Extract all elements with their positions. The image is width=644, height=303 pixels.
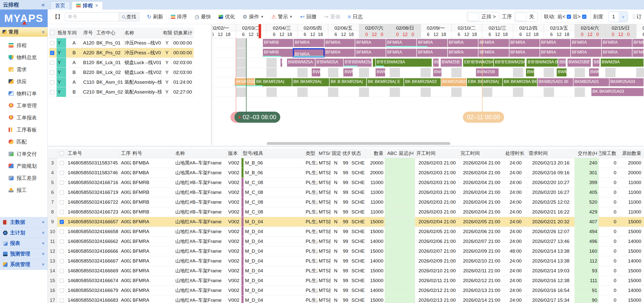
刷新-button[interactable]: ↻刷新 [147, 13, 163, 20]
排序-button[interactable]: 排序 [171, 13, 187, 20]
gantt-bar[interactable]: BFMRA [386, 39, 416, 47]
gantt-bar[interactable]: BB'B'EBWM29A [494, 59, 525, 67]
gantt-bar[interactable]: BFMRA [601, 49, 632, 57]
gantt-bar[interactable]: BWM25B [440, 59, 462, 67]
gantt-bar[interactable]: BWM [311, 68, 320, 76]
gantt-bar[interactable]: BWM29A [600, 59, 643, 67]
gantt-bar[interactable]: BK B BKMR29A( [329, 78, 366, 86]
sidebar-item-需求[interactable]: 需求 [0, 63, 48, 75]
work-order-row[interactable]: 41468058550311583746A002BFMBA山地黑#A–车架Fra… [48, 168, 644, 178]
优化-button[interactable]: 优化 [219, 13, 235, 20]
gantt-bar[interactable]: BK BKMR29A( [292, 78, 329, 86]
close-icon[interactable]: × [95, 3, 98, 8]
gantt-bar[interactable]: BFMRA [540, 49, 570, 57]
gantt-bar[interactable]: BK BKMR29A BKBE [503, 78, 537, 86]
gantt-bar[interactable]: BFMRA [293, 39, 324, 47]
sidebar-favorites-header[interactable]: 常用 » [0, 27, 48, 37]
gantt-bar[interactable]: BKMB25A01 BI [537, 78, 573, 86]
clipped-checkbox-group[interactable]: 订 [631, 13, 641, 20]
gantt-bar[interactable]: BFMRA [571, 49, 601, 57]
gantt-bar[interactable]: BFMRA [509, 39, 540, 47]
gantt-bar[interactable]: B'B'IBWM29A B [526, 59, 558, 67]
row-checkbox[interactable] [50, 41, 54, 45]
row-checkbox[interactable] [50, 31, 54, 35]
gantt-bar[interactable]: BFMRA [478, 49, 509, 57]
row-checkbox[interactable]: ✓ [60, 220, 64, 224]
chevron-expand-icon[interactable]: » [41, 231, 46, 234]
gantt-bar[interactable]: BFMRA [571, 39, 601, 47]
sidebar-item-匹配[interactable]: 匹配 [0, 136, 48, 148]
gantt-bar[interactable]: BWM25BB' [567, 59, 591, 67]
gantt-bar[interactable] [373, 59, 375, 67]
gantt-bar[interactable]: BFMRA [540, 39, 570, 47]
gantt-bar[interactable]: B'B'EBWM29A [376, 59, 432, 67]
linkage-front-checkbox[interactable]: ✓ [567, 15, 571, 19]
chevron-collapse-icon[interactable]: » [41, 30, 47, 33]
gantt-bar[interactable]: BFMRB [263, 39, 293, 47]
chevron-expand-icon[interactable]: » [41, 252, 46, 255]
work-order-row[interactable]: 161468058550324166679A002BFMRA山地红#A–车架Fr… [48, 286, 644, 295]
sidebar-group-系统管理[interactable]: 系统管理» [0, 259, 48, 270]
row-checkbox[interactable] [60, 259, 64, 263]
操作-button[interactable]: ⚙操作▼ [243, 13, 264, 20]
gantt-bar[interactable]: BK BKMR25A03 [591, 88, 643, 96]
gantt-bar[interactable]: BFMRA [509, 49, 540, 57]
process-toggle[interactable]: 关 [514, 12, 538, 22]
gantt-bar[interactable]: BWM [375, 68, 385, 76]
sidebar-group-主数据[interactable]: 主数据» [0, 217, 48, 228]
work-order-row[interactable]: 61468058550324166719A002BFMRB山地红#B–车架Fra… [48, 188, 644, 197]
sidebar-item-报工[interactable]: 报工 [0, 184, 48, 196]
work-order-row[interactable]: 171468058550324166683A002BFMRA山地红#A–车架Fr… [48, 295, 644, 303]
gantt-bar[interactable]: BWM [589, 68, 598, 76]
gantt-bar[interactable]: BWM [433, 68, 442, 76]
toggle-knob[interactable] [468, 13, 479, 21]
sidebar-group-主计划[interactable]: 主计划» [0, 228, 48, 238]
sidebar-item-物料订单[interactable]: 物料订单 [0, 88, 48, 100]
toggle-knob[interactable] [515, 13, 527, 21]
bracket-select-icon[interactable]: 【】 [52, 13, 63, 20]
gantt-bar[interactable]: BKMR25A03 [609, 78, 644, 86]
row-checkbox[interactable]: ✓ [50, 51, 54, 55]
chevron-expand-icon[interactable]: » [41, 263, 46, 266]
gantt-bar[interactable]: BK BKMR29A( E [367, 78, 404, 86]
gantt-bar[interactable]: B' [280, 59, 282, 67]
gantt-bar[interactable]: BFMRA [601, 39, 632, 47]
row-checkbox[interactable] [60, 239, 64, 244]
gantt-bar[interactable]: BKMR25B02 [441, 78, 466, 86]
gantt-bar[interactable]: BFMRA [448, 39, 478, 47]
row-checkbox[interactable] [60, 269, 64, 273]
gantt-bar[interactable]: BFMRA [417, 49, 447, 57]
work-order-row[interactable]: 101468058550324166658A002BFMRA山地红#A–车架Fr… [48, 227, 644, 237]
chevron-expand-icon[interactable]: » [41, 242, 46, 244]
now-marker[interactable] [259, 24, 261, 38]
sidebar-group-预测管理[interactable]: 预测管理» [0, 249, 48, 259]
gantt-bar[interactable]: BWBWM25A [287, 59, 315, 67]
work-order-row[interactable]: 121468058550324166666A002BFMRA山地红#A–车架Fr… [48, 246, 644, 256]
work-order-row[interactable]: 31468058550311583745A002BFMBA山地黑#A–车架Fra… [48, 158, 644, 168]
gantt-bar[interactable]: BFMRA [324, 39, 355, 47]
日志-button[interactable]: ≡日志 [348, 13, 363, 20]
gantt-bar[interactable]: BFMRA [293, 49, 324, 57]
sidebar-item-物料总览[interactable]: 物料总览 [0, 51, 48, 63]
work-order-row[interactable]: 51468058550324166716A002BFMRB山地红#B–车架Fra… [48, 178, 644, 188]
tab-首页[interactable]: 首页 [50, 1, 70, 10]
sidebar-item-订单交付[interactable]: 订单交付 [0, 148, 48, 160]
gantt-bar[interactable]: BFMRA [355, 49, 385, 57]
row-checkbox[interactable] [60, 230, 64, 234]
sidebar-item-报工差异[interactable]: 报工差异 [0, 172, 48, 184]
gantt-bar[interactable]: BFMRA [386, 49, 416, 57]
row-checkbox[interactable] [60, 190, 64, 195]
row-checkbox[interactable] [50, 70, 54, 75]
警示-button[interactable]: ⚠警示▼ [271, 13, 293, 20]
row-checkbox[interactable] [50, 90, 54, 94]
gantt-bar[interactable]: BB' [433, 59, 439, 67]
work-order-row[interactable]: 111468058550324166662A002BFMRA山地红#A–车架Fr… [48, 237, 644, 246]
resource-table-scrollbar[interactable] [211, 24, 212, 145]
gantt-bar[interactable]: BFMRA [448, 49, 478, 57]
search-button[interactable]: 查找 [119, 12, 139, 21]
gantt-bar[interactable]: BFMRA [417, 39, 447, 47]
gantt-bar[interactable]: BFMRA [355, 39, 385, 47]
orange-time-pill[interactable]: 02–11 00:00 [463, 112, 504, 123]
work-center-row[interactable]: YAC110BK_Asm_01装配Assembly–线Y01:24:00 [49, 77, 194, 87]
row-checkbox[interactable] [60, 210, 64, 214]
